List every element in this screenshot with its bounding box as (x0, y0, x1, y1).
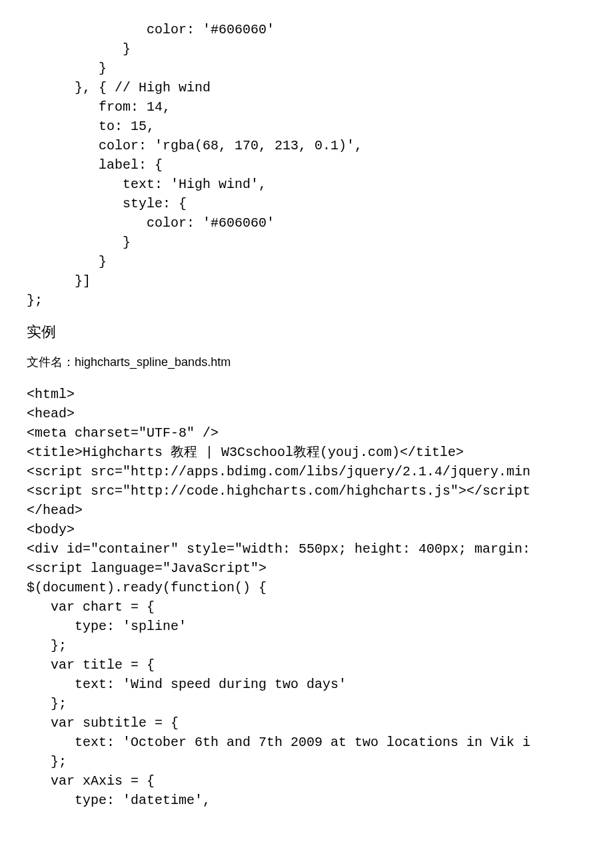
code-block-top: color: '#606060' } } }, { // High wind f… (27, 20, 586, 310)
code-block-bottom: <html> <head> <meta charset="UTF-8" /> <… (27, 385, 586, 810)
filename-line: 文件名：highcharts_spline_bands.htm (27, 354, 586, 370)
filename-label: 文件名： (27, 355, 75, 369)
example-heading: 实例 (27, 322, 586, 342)
filename-value: highcharts_spline_bands.htm (75, 355, 231, 369)
